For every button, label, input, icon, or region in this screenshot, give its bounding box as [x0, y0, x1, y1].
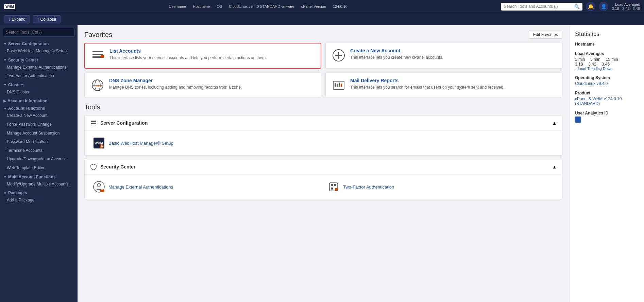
- sidebar-item-force-password[interactable]: Force Password Change: [0, 120, 78, 129]
- tool-item-basic-webhost-label: Basic WebHost Manager® Setup: [108, 141, 173, 146]
- chevron-down-icon: ▼: [3, 175, 7, 179]
- tool-item-two-factor[interactable]: Two-Factor Authentication: [325, 179, 557, 195]
- sidebar-section-packages[interactable]: ▼ Packages: [0, 189, 78, 196]
- tools-section: Tools Server Configuration ▲: [78, 103, 569, 208]
- load-avg-values: 3.18 3.42 3.46: [612, 6, 640, 11]
- dns-zone-text: DNS Zone Manager Manage DNS zones, inclu…: [109, 78, 242, 90]
- hostname-label: Hostname: [193, 4, 210, 8]
- whm-logo: WHM: [4, 4, 15, 9]
- server-config-group-icon: [90, 120, 97, 126]
- cpanel-version-value: 124.0.10: [333, 4, 348, 8]
- sidebar-item-add-package[interactable]: Add a Package: [0, 196, 78, 205]
- sidebar-item-password-mod[interactable]: Password Modification: [0, 138, 78, 146]
- sidebar-item-terminate[interactable]: Terminate Accounts: [0, 146, 78, 155]
- os-stat-label: Operating System: [575, 75, 639, 80]
- load-avg-stat-label: Load Averages: [575, 51, 639, 56]
- list-accounts-desc: This interface lists your server's accou…: [109, 55, 267, 61]
- user-icon[interactable]: 👤: [599, 2, 608, 11]
- dns-zone-title: DNS Zone Manager: [109, 78, 242, 83]
- sidebar-section-label: Security Center: [8, 58, 38, 63]
- user-analytics-label: User Analytics ID: [575, 111, 639, 116]
- statistics-title: Statistics: [575, 31, 639, 38]
- sidebar-section-label: Packages: [8, 191, 27, 195]
- svg-rect-27: [331, 184, 333, 186]
- chevron-down-icon: ▼: [3, 107, 7, 110]
- os-stat-value[interactable]: CloudLinux v9.4.0: [575, 81, 639, 86]
- tools-title: Tools: [84, 103, 562, 111]
- sidebar-section-label: Multi Account Functions: [8, 175, 56, 179]
- sidebar-section-account-info[interactable]: ▶ Account Information: [0, 96, 78, 104]
- tool-item-basic-webhost[interactable]: WHM Basic WebHost Manager® Setup: [90, 135, 322, 151]
- chevron-down-icon: ▼: [3, 83, 7, 87]
- chevron-up-icon: ▲: [552, 164, 557, 170]
- mail-delivery-icon: [331, 78, 346, 93]
- stat-group-product: Product cPanel & WHM v124.0.10 (STANDARD…: [575, 91, 639, 106]
- svg-text:DNS: DNS: [96, 85, 102, 88]
- dns-zone-icon: DNS: [90, 78, 105, 93]
- stat-group-hostname: Hostname: [575, 42, 639, 47]
- fav-card-mail-delivery[interactable]: Mail Delivery Reports This interface let…: [325, 73, 562, 98]
- expand-button[interactable]: ↓ Expand: [4, 15, 30, 23]
- load-1min-value: 3.18: [575, 62, 583, 67]
- chevron-down-icon: ▼: [3, 191, 7, 195]
- collapse-button[interactable]: ↑ Collapse: [33, 15, 61, 23]
- sidebar-section-multi-account[interactable]: ▼ Multi Account Functions: [0, 173, 78, 180]
- svg-rect-28: [334, 184, 336, 186]
- load-avg-nums: 3.18 3.42 3.46: [575, 62, 639, 67]
- dns-zone-desc: Manage DNS zones, including adding and r…: [109, 85, 242, 90]
- notifications-icon[interactable]: 🔔: [586, 2, 595, 11]
- sidebar-section-server-config[interactable]: ▼ Server Configuration: [0, 39, 78, 47]
- load-trending-down[interactable]: ↓ Load Trending Down: [575, 67, 639, 71]
- sidebar-item-dns-cluster[interactable]: DNS Cluster: [0, 88, 78, 97]
- sidebar-item-two-factor[interactable]: Two-Factor Authentication: [0, 72, 78, 81]
- stat-group-user-analytics: User Analytics ID: [575, 111, 639, 124]
- load-5min-label: 5 min: [590, 57, 600, 62]
- statistics-panel: Statistics Hostname Load Averages 1 min …: [569, 25, 644, 302]
- tool-group-server-config-header[interactable]: Server Configuration ▲: [85, 116, 562, 131]
- load-average-display: Load Averages 3.18 3.42 3.46: [612, 2, 640, 11]
- load-avg-label: Load Averages: [612, 2, 640, 6]
- user-analytics-id-icon[interactable]: [575, 117, 581, 123]
- svg-rect-13: [337, 84, 338, 87]
- os-label: OS: [217, 4, 222, 8]
- global-search-input[interactable]: [504, 4, 572, 9]
- sidebar-section-clusters[interactable]: ▼ Clusters: [0, 81, 78, 88]
- chevron-right-icon: ▶: [3, 99, 6, 103]
- manage-external-auth-icon: [93, 181, 105, 193]
- sidebar-search-container: [0, 25, 78, 39]
- fav-card-dns-zone[interactable]: DNS DNS Zone Manager Manage DNS zones, i…: [84, 73, 321, 98]
- load-5: 3.42: [622, 6, 629, 11]
- sidebar-section-account-functions[interactable]: ▼ Account Functions: [0, 104, 78, 111]
- sidebar-search-input[interactable]: [3, 28, 75, 37]
- svg-rect-16: [91, 121, 96, 122]
- tool-item-two-factor-label: Two-Factor Authentication: [343, 184, 394, 190]
- chevron-down-icon: ▼: [3, 42, 7, 46]
- list-accounts-icon: [90, 48, 105, 63]
- sidebar-section-security[interactable]: ▼ Security Center: [0, 56, 78, 63]
- sidebar-item-create-account[interactable]: Create a New Account: [0, 111, 78, 120]
- whm-tool-icon: WHM: [93, 137, 105, 149]
- sidebar-item-basic-webhost[interactable]: Basic WebHost Manager® Setup: [0, 47, 78, 56]
- top-bar-right: 🔍 🔔 👤 Load Averages 3.18 3.42 3.46: [501, 2, 640, 11]
- edit-favorites-button[interactable]: Edit Favorites: [529, 31, 562, 39]
- sidebar-section-label: Account Functions: [8, 106, 45, 111]
- mail-delivery-desc: This interface lets you search for email…: [350, 85, 505, 90]
- load-15min-value: 3.46: [602, 62, 610, 67]
- sidebar-item-modify-upgrade-multiple[interactable]: Modify/Upgrade Multiple Accounts: [0, 180, 78, 189]
- tool-item-manage-external-auth[interactable]: Manage External Authentications: [90, 179, 322, 195]
- sidebar-item-upgrade-downgrade[interactable]: Upgrade/Downgrade an Account: [0, 155, 78, 164]
- sidebar-item-manage-suspension[interactable]: Manage Account Suspension: [0, 129, 78, 138]
- security-group-label: Security Center: [100, 164, 135, 170]
- global-search-box[interactable]: 🔍: [501, 3, 582, 11]
- list-accounts-text: List Accounts This interface lists your …: [109, 48, 267, 61]
- create-account-text: Create a New Account This interface lets…: [350, 48, 443, 60]
- fav-card-create-account[interactable]: Create a New Account This interface lets…: [325, 43, 562, 69]
- top-bar-left: WHM: [4, 4, 15, 9]
- svg-rect-0: [92, 51, 103, 52]
- sidebar-item-manage-external-auth[interactable]: Manage External Authentications: [0, 63, 78, 72]
- sidebar-item-web-template[interactable]: Web Template Editor: [0, 164, 78, 173]
- favorites-grid: List Accounts This interface lists your …: [84, 43, 562, 98]
- fav-card-list-accounts[interactable]: List Accounts This interface lists your …: [84, 43, 321, 69]
- tool-group-security-header[interactable]: Security Center ▲: [85, 159, 562, 175]
- svg-rect-30: [335, 188, 338, 191]
